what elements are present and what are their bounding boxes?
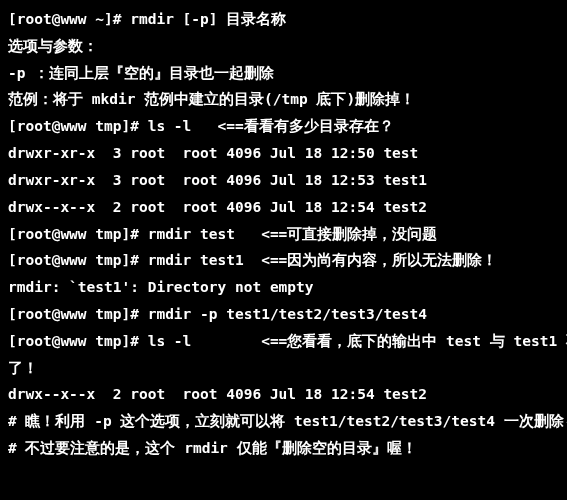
terminal-line: [root@www tmp]# rmdir -p test1/test2/tes… [8,301,559,328]
terminal-line: [root@www tmp]# ls -l <==看看有多少目录存在？ [8,113,559,140]
terminal-line: -p ：连同上层『空的』目录也一起删除 [8,60,559,87]
terminal-line: drwx--x--x 2 root root 4096 Jul 18 12:54… [8,194,559,221]
terminal-line: drwxr-xr-x 3 root root 4096 Jul 18 12:50… [8,140,559,167]
terminal-line: [root@www tmp]# rmdir test1 <==因为尚有内容，所以… [8,247,559,274]
terminal-line: [root@www tmp]# rmdir test <==可直接删除掉，没问题 [8,221,559,248]
terminal-line: # 瞧！利用 -p 这个选项，立刻就可以将 test1/test2/test3/… [8,408,559,435]
terminal-line: 了！ [8,355,559,382]
terminal-line: [root@www ~]# rmdir [-p] 目录名称 [8,6,559,33]
terminal-line: # 不过要注意的是，这个 rmdir 仅能『删除空的目录』喔！ [8,435,559,462]
terminal-line: 选项与参数： [8,33,559,60]
terminal-output: [root@www ~]# rmdir [-p] 目录名称 选项与参数： -p … [8,6,559,462]
terminal-line: drwx--x--x 2 root root 4096 Jul 18 12:54… [8,381,559,408]
terminal-line: 范例：将于 mkdir 范例中建立的目录(/tmp 底下)删除掉！ [8,86,559,113]
terminal-line: drwxr-xr-x 3 root root 4096 Jul 18 12:53… [8,167,559,194]
terminal-line: rmdir: `test1': Directory not empty [8,274,559,301]
terminal-line: [root@www tmp]# ls -l <==您看看，底下的输出中 test… [8,328,559,355]
